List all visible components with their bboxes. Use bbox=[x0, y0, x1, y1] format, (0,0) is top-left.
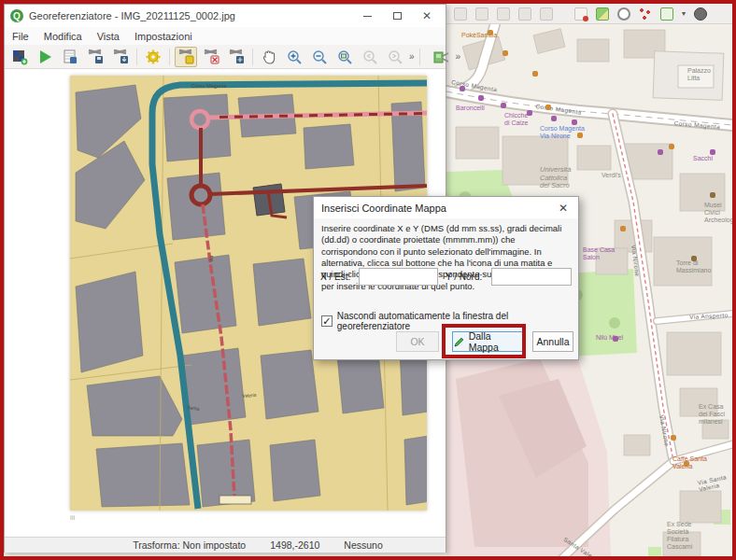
ok-button[interactable]: OK bbox=[396, 331, 439, 352]
status-rotation: Nessuno bbox=[344, 539, 382, 551]
status-bar: Trasforma: Non impostato 1498,-2610 Ness… bbox=[5, 537, 446, 553]
qgis-logo-icon: Q bbox=[10, 9, 23, 22]
zoom-in-icon[interactable] bbox=[283, 47, 305, 67]
toolbar-overflow-icon-2[interactable]: » bbox=[456, 51, 461, 62]
toolbar-overflow-icon[interactable]: » bbox=[409, 51, 415, 62]
zoom-last-icon[interactable] bbox=[359, 47, 381, 67]
window-title: Georeferenziatore - IMG_20211125_0002.jp… bbox=[29, 10, 235, 21]
x-east-input[interactable] bbox=[359, 268, 438, 286]
start-georeferencing-icon[interactable] bbox=[34, 47, 56, 67]
gcp-table-icon[interactable] bbox=[59, 47, 81, 67]
label-tool-icon[interactable] bbox=[518, 7, 531, 21]
zoom-out-icon[interactable] bbox=[308, 47, 331, 67]
zoom-next-icon[interactable] bbox=[384, 47, 406, 67]
menu-vista[interactable]: Vista bbox=[97, 31, 120, 42]
cancel-button[interactable]: Annulla bbox=[532, 331, 573, 352]
save-gcp-points-icon[interactable] bbox=[84, 47, 106, 67]
dialog-title: Inserisci Coordinate Mappa bbox=[321, 203, 446, 214]
web-globe-icon[interactable] bbox=[694, 7, 707, 21]
pan-icon[interactable] bbox=[258, 47, 280, 67]
window-controls: ✕ bbox=[354, 7, 440, 25]
qgis-main-toolbar: ▾ bbox=[446, 4, 732, 24]
title-bar[interactable]: Q Georeferenziatore - IMG_20211125_0002.… bbox=[5, 5, 446, 27]
scan-page-mark: iii bbox=[70, 513, 75, 522]
status-coords: 1498,-2610 bbox=[270, 539, 319, 551]
label-tool-icon[interactable] bbox=[540, 7, 553, 21]
link-georeferencer-to-qgis-icon[interactable] bbox=[431, 47, 453, 67]
move-point-icon[interactable] bbox=[225, 47, 248, 67]
processing-points-icon[interactable] bbox=[639, 7, 652, 21]
add-point-icon[interactable] bbox=[175, 47, 197, 67]
y-north-input[interactable] bbox=[491, 268, 572, 286]
select-polygon-icon[interactable] bbox=[660, 7, 673, 21]
dialog-title-bar[interactable]: Inserisci Coordinate Mappa ✕ bbox=[314, 197, 578, 218]
open-raster-icon[interactable] bbox=[8, 47, 31, 67]
menu-file[interactable]: File bbox=[12, 31, 29, 42]
label-tool-icon[interactable] bbox=[475, 7, 488, 21]
delete-point-icon[interactable] bbox=[200, 47, 222, 67]
checkbox-checked-icon[interactable]: ✓ bbox=[321, 315, 333, 327]
new-map-view-icon[interactable] bbox=[596, 7, 609, 21]
menu-impostazioni[interactable]: Impostazioni bbox=[134, 31, 192, 42]
zoom-to-layer-icon[interactable] bbox=[333, 47, 356, 67]
dropdown-caret-icon[interactable]: ▾ bbox=[682, 9, 686, 18]
label-tool-icon[interactable] bbox=[497, 7, 510, 21]
map-view-icon[interactable] bbox=[574, 7, 587, 21]
label-tool-icon[interactable] bbox=[454, 7, 467, 21]
screenshot-root: ▾ bbox=[0, 0, 736, 560]
annotation-highlight-box bbox=[442, 324, 526, 358]
load-gcp-points-icon[interactable] bbox=[109, 47, 132, 67]
close-button[interactable]: ✕ bbox=[414, 7, 440, 25]
menu-modifica[interactable]: Modifica bbox=[44, 31, 82, 42]
menu-bar: FileModificaVistaImpostazioni bbox=[5, 27, 446, 45]
dialog-close-icon[interactable]: ✕ bbox=[556, 202, 571, 215]
status-transform: Trasforma: Non impostato bbox=[133, 539, 246, 551]
x-east-label: X / Est: bbox=[320, 272, 350, 282]
maximize-button[interactable] bbox=[384, 7, 410, 25]
georeferencer-toolbar: » » bbox=[5, 45, 446, 69]
y-north-label: Y / Nord: bbox=[446, 272, 482, 282]
minimize-button[interactable] bbox=[354, 7, 380, 25]
zoom-selection-icon[interactable] bbox=[617, 7, 630, 21]
transformation-settings-icon[interactable] bbox=[142, 47, 164, 67]
coordinate-fields: X / Est: Y / Nord: bbox=[314, 268, 578, 287]
